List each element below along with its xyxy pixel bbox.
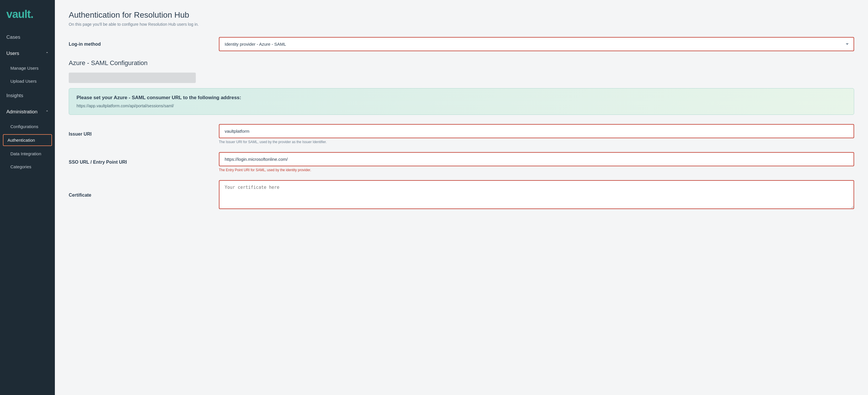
sidebar-item-cases-label: Cases — [6, 34, 20, 40]
chevron-up-icon-admin: ⌃ — [45, 110, 49, 114]
sso-url-control: The Entry Point URI for SAML, used by th… — [219, 152, 854, 172]
issuer-uri-hint: The Issuer URI for SAML, used by the pro… — [219, 140, 854, 144]
sidebar-item-cases[interactable]: Cases — [0, 29, 55, 46]
certificate-input[interactable] — [219, 180, 854, 209]
page-subtitle: On this page you'll be able to configure… — [69, 22, 854, 27]
login-method-select[interactable]: Identity provider - Azure - SAML Usernam… — [219, 37, 854, 51]
sidebar-item-insights-label: Insights — [6, 93, 23, 98]
sidebar-item-authentication[interactable]: Authentication — [3, 134, 52, 146]
sso-url-input[interactable] — [219, 152, 854, 166]
login-method-control: Identity provider - Azure - SAML Usernam… — [219, 37, 854, 51]
sidebar-item-configurations[interactable]: Configurations — [0, 120, 55, 133]
login-method-label: Log-in method — [69, 41, 219, 47]
sidebar-item-users[interactable]: Users ⌃ — [0, 46, 55, 62]
login-method-row: Log-in method Identity provider - Azure … — [69, 37, 854, 51]
sidebar: vault. Cases Users ⌃ Manage Users Upload… — [0, 0, 55, 395]
logo: vault. — [0, 0, 55, 29]
info-box-url: https://app.vaultplatform.com/api/portal… — [76, 104, 846, 108]
main-content: Authentication for Resolution Hub On thi… — [55, 0, 868, 395]
page-title: Authentication for Resolution Hub — [69, 10, 854, 20]
saml-info-box: Please set your Azure - SAML consumer UR… — [69, 88, 854, 115]
info-box-title: Please set your Azure - SAML consumer UR… — [76, 95, 846, 101]
sso-url-label: SSO URL / Entry Point URI — [69, 160, 219, 165]
issuer-uri-input[interactable] — [219, 124, 854, 138]
sidebar-item-administration-label: Administration — [6, 109, 37, 115]
chevron-up-icon: ⌃ — [45, 52, 49, 56]
sidebar-item-manage-users[interactable]: Manage Users — [0, 62, 55, 75]
saml-section-title: Azure - SAML Configuration — [69, 59, 854, 67]
issuer-uri-row: Issuer URI The Issuer URI for SAML, used… — [69, 124, 854, 144]
sidebar-item-upload-users[interactable]: Upload Users — [0, 75, 55, 88]
certificate-label: Certificate — [69, 193, 219, 198]
certificate-control — [219, 180, 854, 210]
sidebar-item-data-integration[interactable]: Data Integration — [0, 147, 55, 160]
sso-url-group: SSO URL / Entry Point URI The Entry Poin… — [69, 152, 854, 172]
sidebar-item-insights[interactable]: Insights — [0, 88, 55, 104]
sidebar-item-categories[interactable]: Categories — [0, 160, 55, 173]
sidebar-item-users-label: Users — [6, 51, 19, 56]
certificate-group: Certificate — [69, 180, 854, 210]
sso-url-hint: The Entry Point URI for SAML, used by th… — [219, 168, 854, 172]
sso-url-row: SSO URL / Entry Point URI The Entry Poin… — [69, 152, 854, 172]
sidebar-item-administration[interactable]: Administration ⌃ — [0, 104, 55, 120]
certificate-row: Certificate — [69, 180, 854, 210]
issuer-uri-group: Issuer URI The Issuer URI for SAML, used… — [69, 124, 854, 144]
tab-bar — [69, 73, 196, 83]
issuer-uri-control: The Issuer URI for SAML, used by the pro… — [219, 124, 854, 144]
issuer-uri-label: Issuer URI — [69, 132, 219, 137]
